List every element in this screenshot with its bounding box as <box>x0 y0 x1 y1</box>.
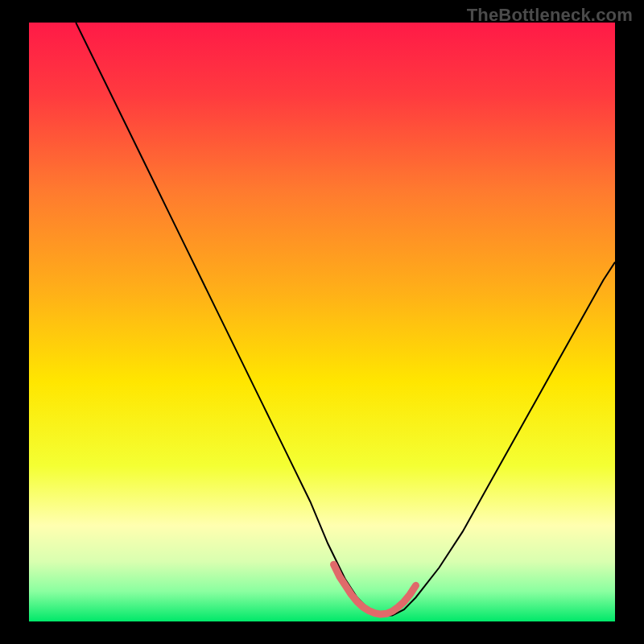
bottleneck-chart <box>29 23 615 621</box>
watermark-text: TheBottleneck.com <box>467 5 633 26</box>
chart-frame: TheBottleneck.com <box>0 0 644 644</box>
chart-svg <box>29 23 615 621</box>
